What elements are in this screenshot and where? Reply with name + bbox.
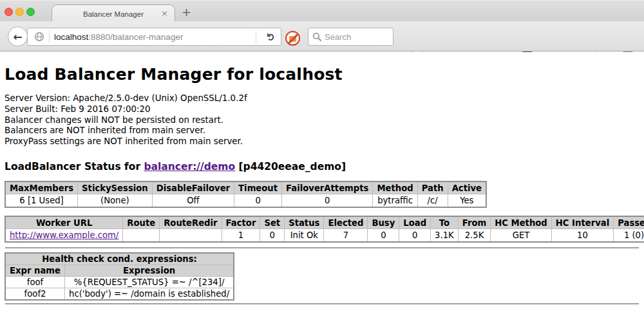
search-input[interactable] <box>325 32 386 42</box>
col-disablefailover: DisableFailover <box>152 181 234 194</box>
cell-from: 2.5K <box>458 229 490 242</box>
back-button[interactable]: ← <box>8 26 28 46</box>
cell-factor: 1 <box>222 229 260 242</box>
table-header-row: MaxMembers StickySession DisableFailover… <box>5 181 486 194</box>
cell-active: Yes <box>448 194 486 207</box>
cell-path: /c/ <box>417 194 448 207</box>
col-failoverattempts: FailoverAttempts <box>282 181 373 194</box>
cell-busy: 0 <box>368 229 399 242</box>
tab-close-icon[interactable]: × <box>161 9 168 18</box>
loadbalancer-status-heading: LoadBalancer Status for balancer://demo … <box>5 161 639 172</box>
col-active: Active <box>448 181 486 194</box>
persist-notice-line: Balancer changes will NOT be persisted o… <box>5 115 639 126</box>
page-bottom-divider <box>5 303 639 304</box>
site-identity-globe-icon[interactable] <box>34 32 44 42</box>
col-method: Method <box>373 181 417 194</box>
browser-titlebar: Balancer Manager × + <box>0 0 644 21</box>
proxypass-notice-line: ProxyPass settings are NOT inherited fro… <box>5 136 639 147</box>
cell-failoverattempts: 0 <box>282 194 373 207</box>
col-busy: Busy <box>368 216 399 229</box>
url-path: :8880/balancer-manager <box>88 32 183 42</box>
health-check-table: Health check cond. expressions: Expr nam… <box>5 252 234 301</box>
window-zoom-button[interactable] <box>26 8 35 16</box>
heading-suffix: [p4420eeae_demo] <box>235 161 346 172</box>
col-set: Set <box>260 216 285 229</box>
inherit-notice-line: Balancers are NOT inherited from main se… <box>5 125 639 136</box>
col-elected: Elected <box>324 216 368 229</box>
col-worker-url: Worker URL <box>5 216 123 229</box>
section-divider <box>5 247 639 248</box>
heading-prefix: LoadBalancer Status for <box>5 161 144 172</box>
url-input[interactable]: localhost:8880/balancer-manager <box>54 32 251 42</box>
cell-route <box>123 229 160 242</box>
window-close-button[interactable] <box>5 8 13 16</box>
col-factor: Factor <box>222 216 260 229</box>
col-stickysession: StickySession <box>78 181 153 194</box>
col-status: Status <box>285 216 324 229</box>
col-maxmembers: MaxMembers <box>5 181 78 194</box>
cell-status: Init Ok <box>285 229 324 242</box>
cell-timeout: 0 <box>234 194 282 207</box>
page-content: Load Balancer Manager for localhost Serv… <box>0 52 644 316</box>
server-built-line: Server Built: Feb 9 2016 07:00:20 <box>5 104 639 115</box>
table-caption-row: Health check cond. expressions: <box>5 253 234 265</box>
tab-title: Balancer Manager <box>83 10 144 18</box>
col-from: From <box>458 216 490 229</box>
browser-toolbar: ← localhost:8880/balancer-manager ↻ <box>0 21 644 51</box>
col-hc-interval: HC Interval <box>551 216 613 229</box>
cell-worker-url: http://www.example.com/ <box>5 229 123 242</box>
search-icon <box>312 32 321 41</box>
cell-stickysession: (None) <box>78 194 153 207</box>
table-row: http://www.example.com/ 1 0 Init Ok 7 0 … <box>5 229 644 242</box>
col-to: To <box>431 216 459 229</box>
cell-expression: hc('body') =~ /domain is established/ <box>65 288 234 300</box>
table-row: 6 [1 Used] (None) Off 0 0 bytraffic /c/ … <box>5 194 486 207</box>
worker-url-link[interactable]: http://www.example.com/ <box>10 230 118 240</box>
urlbar-divider <box>49 31 50 42</box>
url-bar[interactable]: localhost:8880/balancer-manager ↻ <box>27 28 281 46</box>
cell-disablefailover: Off <box>152 194 234 207</box>
table-header-row: Expr name Expression <box>5 265 234 276</box>
col-expression: Expression <box>65 265 234 276</box>
col-load: Load <box>399 216 431 229</box>
cell-load: 0 <box>399 229 431 242</box>
cell-to: 3.1K <box>431 229 459 242</box>
col-timeout: Timeout <box>234 181 282 194</box>
col-hc-method: HC Method <box>491 216 552 229</box>
browser-tab[interactable]: Balancer Manager × <box>52 5 175 23</box>
table-row: foof %{REQUEST_STATUS} =~ /^[234]/ <box>5 276 234 288</box>
page-title: Load Balancer Manager for localhost <box>5 65 639 84</box>
server-info: Server Version: Apache/2.5.0-dev (Unix) … <box>5 93 639 147</box>
cell-passes: 1 (0) <box>614 229 644 242</box>
worker-status-table: Worker URL Route RouteRedir Factor Set S… <box>5 216 644 243</box>
cell-maxmembers: 6 [1 Used] <box>5 194 78 207</box>
col-expr-name: Expr name <box>5 265 65 276</box>
balancer-demo-link[interactable]: balancer://demo <box>144 161 235 172</box>
reload-icon[interactable]: ↻ <box>265 26 277 46</box>
cell-method: bytraffic <box>373 194 417 207</box>
urlbar-divider <box>256 31 256 42</box>
cell-hc-interval: 10 <box>551 229 613 242</box>
cell-hc-method: GET <box>491 229 552 242</box>
col-routeredir: RouteRedir <box>160 216 222 229</box>
search-bar[interactable] <box>308 28 393 46</box>
col-passes: Passes <box>614 216 644 229</box>
server-version-line: Server Version: Apache/2.5.0-dev (Unix) … <box>5 93 639 104</box>
cell-expr-name: foof2 <box>5 288 65 300</box>
health-table-caption: Health check cond. expressions: <box>5 253 234 265</box>
col-path: Path <box>417 181 448 194</box>
blocked-content-icon[interactable] <box>285 31 300 46</box>
url-host: localhost <box>54 32 88 42</box>
cell-elected: 7 <box>324 229 368 242</box>
cell-expression: %{REQUEST_STATUS} =~ /^[234]/ <box>65 276 234 288</box>
table-header-row: Worker URL Route RouteRedir Factor Set S… <box>5 216 644 229</box>
window-minimize-button[interactable] <box>15 8 24 16</box>
balancer-settings-table: MaxMembers StickySession DisableFailover… <box>5 181 487 208</box>
cell-expr-name: foof <box>5 276 65 288</box>
new-tab-button[interactable]: + <box>182 5 191 19</box>
cell-set: 0 <box>260 229 285 242</box>
cell-routeredir <box>160 229 222 242</box>
table-row: foof2 hc('body') =~ /domain is establish… <box>5 288 234 300</box>
col-route: Route <box>123 216 160 229</box>
